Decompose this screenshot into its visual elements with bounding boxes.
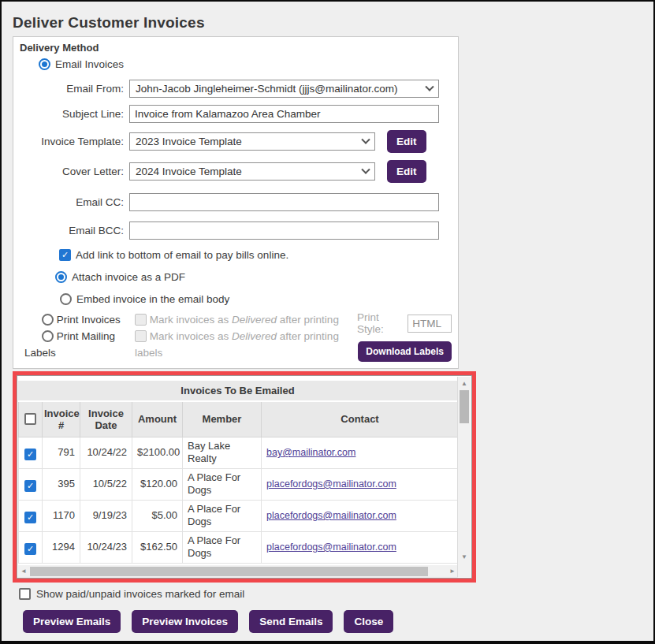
contact-email-link[interactable]: placefordogs@mailinator.com — [266, 510, 396, 521]
chevron-down-icon — [361, 165, 370, 173]
delivery-method-panel: Delivery Method Email Invoices Email Fro… — [13, 36, 459, 369]
invoice-template-edit-button[interactable]: Edit — [387, 130, 426, 153]
col-member: Member — [183, 402, 262, 437]
chevron-down-icon — [361, 135, 370, 143]
subject-line-input[interactable] — [129, 105, 439, 123]
checkbox-mark-delivered-labels: Mark invoices as Delivered after printin… — [135, 328, 357, 361]
table-row: ✓ 395 10/5/22 $120.00 A Place For Dogs p… — [19, 468, 459, 500]
cover-letter-select[interactable]: 2024 Invoice Template — [129, 162, 375, 181]
select-all-header[interactable] — [19, 402, 43, 437]
contact-email-link[interactable]: placefordogs@mailinator.com — [266, 542, 396, 553]
invoice-template-select[interactable]: 2023 Invoice Template — [129, 132, 375, 151]
checkbox-mark-delivered-printing: Mark invoices as Delivered after printin… — [135, 311, 357, 328]
radio-email-invoices[interactable]: Email Invoices — [39, 56, 458, 73]
highlight-annotation: Invoices To Be Emailed Invoice # Invoice… — [13, 371, 476, 583]
email-from-label: Email From: — [18, 83, 129, 95]
row-checkbox[interactable]: ✓ — [19, 437, 43, 468]
contact-email-link[interactable]: placefordogs@mailinator.com — [266, 478, 396, 490]
row-checkbox[interactable]: ✓ — [19, 468, 43, 500]
horizontal-scrollbar[interactable]: ◄ ► — [18, 565, 458, 578]
close-button[interactable]: Close — [344, 610, 393, 633]
download-labels-button[interactable]: Download Labels — [358, 341, 452, 362]
table-title: Invoices To Be Emailed — [18, 381, 457, 402]
radio-print-invoices[interactable]: Print Invoices — [24, 311, 135, 328]
checkbox-unchecked-icon[interactable] — [19, 588, 31, 600]
radio-print-mailing-labels[interactable]: Print Mailing Labels — [24, 328, 135, 361]
cover-letter-edit-button[interactable]: Edit — [387, 160, 426, 183]
checkbox-checked-icon[interactable]: ✓ — [59, 249, 71, 261]
radio-unselected-icon[interactable] — [60, 293, 72, 305]
deliver-invoices-dialog: Deliver Customer Invoices Delivery Metho… — [0, 0, 655, 644]
email-bcc-label: Email BCC: — [18, 225, 129, 237]
scroll-up-icon[interactable]: ▲ — [458, 378, 471, 389]
table-row: ✓ 1170 9/19/23 $5.00 A Place For Dogs pl… — [19, 500, 459, 531]
email-cc-label: Email CC: — [18, 196, 129, 209]
invoice-template-label: Invoice Template: — [18, 136, 129, 148]
table-row: ✓ 1294 10/24/23 $162.50 A Place For Dogs… — [19, 531, 459, 563]
radio-selected-icon[interactable] — [55, 271, 67, 283]
scroll-left-icon[interactable]: ◄ — [18, 565, 29, 578]
print-style-select[interactable]: HTML — [408, 315, 452, 333]
invoices-table: Invoice # Invoice Date Amount Member Con… — [18, 402, 459, 564]
col-invoice-date: Invoice Date — [80, 402, 132, 437]
vertical-scrollbar[interactable]: ▲ ▼ — [457, 377, 471, 577]
page-title: Deliver Customer Invoices — [13, 14, 653, 32]
row-checkbox[interactable]: ✓ — [19, 500, 43, 531]
chevron-down-icon — [441, 321, 447, 326]
chevron-down-icon — [425, 82, 434, 91]
scrollbar-thumb[interactable] — [30, 567, 428, 576]
radio-selected-icon[interactable] — [39, 58, 50, 70]
contact-email-link[interactable]: bay@mailinator.com — [266, 447, 355, 458]
scroll-right-icon[interactable]: ► — [447, 565, 458, 578]
checkbox-checked-icon[interactable]: ✓ — [24, 449, 36, 460]
row-checkbox[interactable]: ✓ — [19, 531, 43, 563]
checkbox-checked-icon[interactable]: ✓ — [24, 543, 36, 555]
print-style-label: Print Style: — [357, 311, 404, 335]
checkbox-disabled-icon — [135, 314, 147, 326]
radio-embed-body[interactable]: Embed invoice in the email body — [60, 291, 458, 307]
col-invoice-number: Invoice # — [43, 402, 80, 437]
col-amount: Amount — [132, 402, 183, 437]
col-contact: Contact — [262, 402, 459, 437]
print-options-column: Print Invoices Print Mailing Labels — [18, 311, 135, 362]
preview-emails-button[interactable]: Preview Emails — [23, 610, 121, 633]
invoices-table-container: Invoices To Be Emailed Invoice # Invoice… — [17, 375, 472, 579]
email-cc-input[interactable] — [129, 193, 439, 211]
checkbox-checked-icon[interactable]: ✓ — [24, 480, 36, 492]
panel-legend: Delivery Method — [20, 42, 458, 54]
checkbox-checked-icon[interactable]: ✓ — [24, 512, 36, 523]
checkbox-unchecked-icon[interactable] — [24, 413, 36, 425]
table-header-row: Invoice # Invoice Date Amount Member Con… — [19, 402, 459, 437]
subject-line-label: Subject Line: — [18, 108, 129, 121]
mark-delivered-column: Mark invoices as Delivered after printin… — [135, 311, 357, 362]
radio-unselected-icon[interactable] — [42, 330, 54, 342]
radio-unselected-icon[interactable] — [42, 314, 54, 326]
table-row: ✓ 791 10/24/22 $2100.00 Bay Lake Realty … — [19, 437, 459, 468]
checkbox-show-paid-unpaid[interactable]: Show paid/unpaid invoices marked for ema… — [19, 588, 653, 600]
send-emails-button[interactable]: Send Emails — [249, 610, 333, 633]
preview-invoices-button[interactable]: Preview Invoices — [132, 610, 238, 633]
radio-attach-pdf[interactable]: Attach invoice as a PDF — [55, 269, 458, 285]
checkbox-disabled-icon — [135, 330, 147, 342]
scrollbar-thumb[interactable] — [460, 390, 469, 423]
cover-letter-label: Cover Letter: — [18, 166, 129, 178]
email-bcc-input[interactable] — [129, 221, 439, 240]
email-from-select[interactable]: John-Jacob Jingleheimer-Schmidt (jjjs@ma… — [129, 80, 439, 98]
checkbox-add-pay-link[interactable]: ✓ Add link to bottom of email to pay bil… — [59, 247, 458, 263]
scroll-down-icon[interactable]: ▼ — [458, 552, 471, 563]
